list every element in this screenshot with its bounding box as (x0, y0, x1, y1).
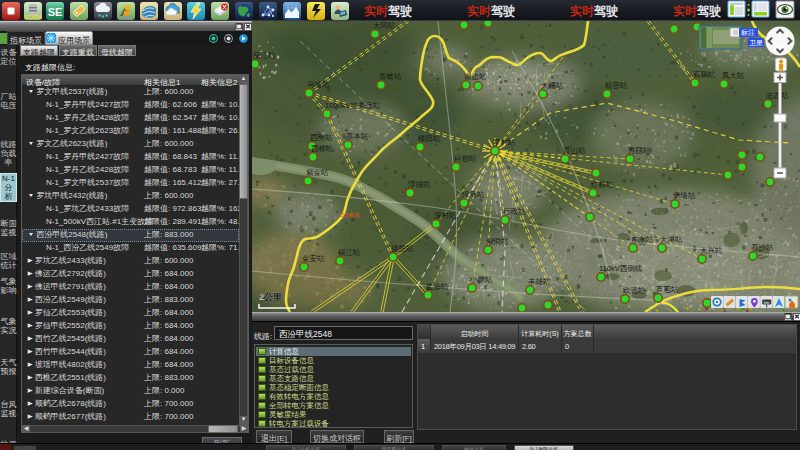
svg-text:基本站: 基本站 (346, 132, 369, 141)
svg-text:行政站: 行政站 (503, 207, 526, 216)
svg-text:基沙站: 基沙站 (751, 243, 774, 252)
svg-text:卫星: 卫星 (749, 39, 763, 46)
svg-text:红棉站: 红棉站 (590, 180, 614, 189)
svg-text:标注: 标注 (740, 28, 755, 37)
svg-text:德胜站: 德胜站 (391, 244, 414, 253)
svg-text:SE: SE (48, 6, 63, 18)
svg-text:绿岛站: 绿岛站 (462, 190, 485, 199)
svg-text:325省道: 325省道 (338, 212, 360, 219)
svg-text:欧远站: 欧远站 (623, 286, 646, 295)
svg-text:2公里: 2公里 (259, 292, 282, 302)
svg-text:紫洞站: 紫洞站 (486, 237, 509, 246)
svg-text:罗村站: 罗村站 (493, 138, 516, 147)
svg-text:紫金站: 紫金站 (306, 168, 329, 177)
svg-text:大同站: 大同站 (373, 21, 396, 30)
svg-text:SCADA: SCADA (24, 14, 42, 20)
svg-text:石碣站: 石碣站 (693, 70, 716, 79)
svg-text:大淋站: 大淋站 (660, 235, 683, 244)
svg-text:km: km (764, 300, 770, 305)
svg-text:丰雄站: 丰雄站 (528, 277, 551, 286)
svg-text:科创站: 科创站 (453, 154, 477, 163)
svg-text:1000kV特高压站: 1000kV特高压站 (325, 101, 381, 110)
svg-text:楼田站: 楼田站 (418, 134, 441, 143)
svg-text:横江站: 横江站 (253, 51, 276, 60)
svg-text:褒络站: 褒络站 (673, 191, 696, 200)
svg-text:东永站: 东永站 (631, 235, 654, 244)
svg-text:志愿站: 志愿站 (766, 91, 789, 100)
svg-text:盐步站: 盐步站 (426, 282, 449, 291)
svg-text:凤大站: 凤大站 (722, 71, 745, 80)
svg-text:马墟站: 马墟站 (307, 80, 330, 89)
svg-text:大兴站: 大兴站 (700, 246, 723, 255)
svg-text:精密站: 精密站 (604, 81, 628, 90)
svg-text:横江站: 横江站 (338, 248, 361, 257)
svg-text:芦苞站: 芦苞站 (656, 285, 679, 294)
svg-text:浮雄站: 浮雄站 (408, 180, 431, 189)
svg-text:金安站: 金安站 (302, 254, 325, 263)
svg-text:深村站: 深村站 (434, 211, 457, 220)
svg-text:大栅站: 大栅站 (541, 81, 564, 90)
svg-text:青山站: 青山站 (563, 146, 586, 155)
svg-text:西南站: 西南站 (310, 133, 333, 142)
svg-text:秀丽站: 秀丽站 (628, 146, 651, 155)
svg-text:青岐站: 青岐站 (379, 72, 402, 81)
svg-text:谢边站: 谢边站 (464, 72, 487, 81)
svg-text:110kV西倒线: 110kV西倒线 (599, 264, 643, 273)
svg-text:小塘站: 小塘站 (469, 275, 493, 284)
svg-text:西樵站: 西樵站 (311, 144, 334, 153)
